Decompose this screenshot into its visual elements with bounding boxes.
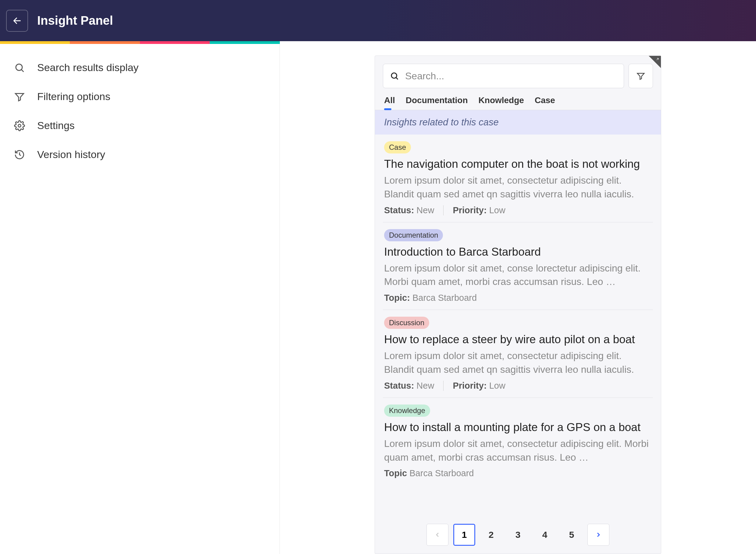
results-list: Case The navigation computer on the boat… — [375, 134, 661, 516]
meta-label: Status: — [384, 205, 414, 215]
page-5[interactable]: 5 — [561, 524, 582, 546]
page-prev[interactable] — [427, 524, 448, 546]
meta-label: Topic: — [384, 293, 410, 302]
search-icon — [14, 62, 25, 73]
result-description: Lorem ipsum dolor sit amet, consectetur … — [384, 174, 652, 201]
filter-icon — [14, 91, 25, 102]
result-title: Introduction to Barca Starboard — [384, 245, 652, 259]
meta-label: Priority: — [453, 205, 487, 215]
result-meta-item: Topic Barca Starboard — [384, 468, 474, 478]
meta-value: New — [417, 205, 434, 215]
page-3[interactable]: 3 — [507, 524, 529, 546]
result-title: How to replace a steer by wire auto pilo… — [384, 333, 652, 346]
result-meta-item: Priority: Low — [443, 381, 505, 391]
page-2[interactable]: 2 — [480, 524, 502, 546]
sidebar-item-label: Filtering options — [37, 91, 110, 103]
sidebar-item-label: Settings — [37, 120, 75, 131]
meta-value: Barca Starboard — [410, 468, 474, 478]
back-button[interactable] — [6, 10, 28, 32]
result-meta: Status: NewPriority: Low — [384, 381, 652, 391]
search-input[interactable] — [405, 70, 617, 82]
history-icon — [14, 149, 25, 160]
result-item[interactable]: Knowledge How to install a mounting plat… — [383, 398, 653, 485]
sidebar-item-filter[interactable]: Filtering options — [0, 82, 279, 111]
result-meta-item: Topic: Barca Starboard — [384, 293, 477, 303]
color-bar — [0, 41, 280, 44]
svg-point-2 — [391, 73, 397, 78]
result-title: How to install a mounting plate for a GP… — [384, 421, 652, 434]
search-icon — [390, 71, 399, 80]
expand-icon — [655, 57, 660, 61]
meta-label: Topic — [384, 468, 407, 478]
meta-value: Barca Starboard — [413, 293, 477, 302]
result-item[interactable]: Case The navigation computer on the boat… — [383, 134, 653, 222]
result-badge: Documentation — [384, 229, 443, 241]
result-item[interactable]: Discussion How to replace a steer by wir… — [383, 310, 653, 398]
result-description: Lorem ipsum dolor sit amet, conse lorect… — [384, 262, 652, 289]
result-item[interactable]: Documentation Introduction to Barca Star… — [383, 222, 653, 310]
content: AllDocumentationKnowledgeCase Insights r… — [280, 44, 756, 554]
result-title: The navigation computer on the boat is n… — [384, 158, 652, 171]
result-meta-item: Status: New — [384, 381, 434, 391]
result-description: Lorem ipsum dolor sit amet, consectetur … — [384, 437, 652, 464]
insight-panel: AllDocumentationKnowledgeCase Insights r… — [375, 56, 661, 554]
chevron-right-icon — [595, 531, 602, 539]
result-meta: Topic: Barca Starboard — [384, 293, 652, 303]
tab-case[interactable]: Case — [535, 96, 555, 110]
result-meta-item: Priority: Low — [443, 205, 505, 215]
settings-icon — [14, 120, 25, 131]
tab-knowledge[interactable]: Knowledge — [479, 96, 524, 110]
page-title: Insight Panel — [37, 14, 113, 27]
search-box[interactable] — [383, 64, 624, 88]
svg-point-1 — [18, 124, 21, 127]
sidebar-item-search[interactable]: Search results display — [0, 53, 279, 82]
result-meta-item: Status: New — [384, 205, 434, 215]
page-4[interactable]: 4 — [534, 524, 556, 546]
filter-icon — [636, 71, 645, 80]
sidebar: Search results displayFiltering optionsS… — [0, 44, 280, 554]
result-description: Lorem ipsum dolor sit amet, consectetur … — [384, 349, 652, 377]
expand-corner[interactable] — [649, 56, 661, 68]
chevron-left-icon — [434, 531, 441, 539]
pagination: 12345 — [375, 516, 661, 554]
meta-label: Status: — [384, 381, 414, 390]
tab-documentation[interactable]: Documentation — [406, 96, 468, 110]
main: Search results displayFiltering optionsS… — [0, 44, 756, 554]
result-meta: Status: NewPriority: Low — [384, 205, 652, 215]
result-meta: Topic Barca Starboard — [384, 468, 652, 478]
sidebar-item-label: Search results display — [37, 62, 139, 73]
meta-value: Low — [489, 381, 505, 390]
page-next[interactable] — [587, 524, 609, 546]
search-row — [375, 56, 661, 92]
meta-value: Low — [489, 205, 505, 215]
meta-value: New — [417, 381, 434, 390]
insights-banner: Insights related to this case — [375, 110, 661, 134]
page-1[interactable]: 1 — [453, 524, 475, 546]
sidebar-item-settings[interactable]: Settings — [0, 111, 279, 140]
svg-point-0 — [16, 64, 22, 70]
arrow-left-icon — [12, 15, 22, 26]
meta-label: Priority: — [453, 381, 487, 390]
result-badge: Knowledge — [384, 404, 430, 417]
tabs: AllDocumentationKnowledgeCase — [375, 92, 661, 110]
tab-all[interactable]: All — [384, 96, 395, 110]
result-badge: Discussion — [384, 317, 429, 329]
result-badge: Case — [384, 141, 411, 154]
sidebar-item-label: Version history — [37, 149, 105, 160]
header: Insight Panel — [0, 0, 756, 41]
sidebar-item-history[interactable]: Version history — [0, 140, 279, 169]
